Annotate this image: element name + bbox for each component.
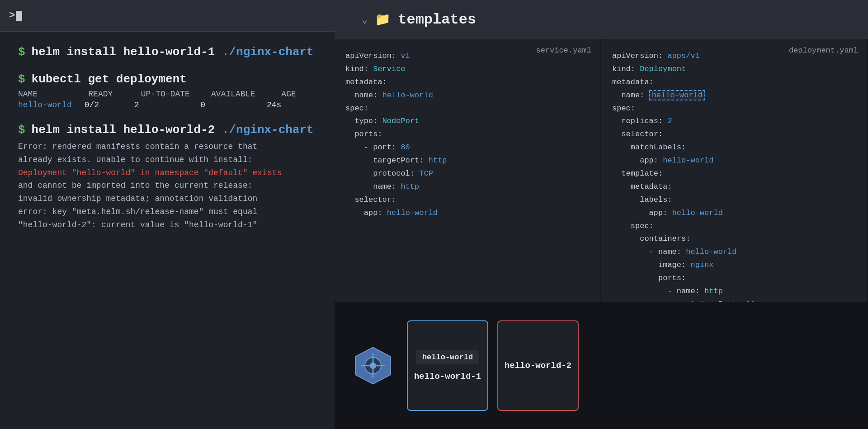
- col-ready-val: 0/2: [85, 100, 134, 110]
- error-line-1: Error: rendered manifests contain a reso…: [18, 140, 316, 153]
- col-header-age: AGE: [281, 90, 316, 99]
- yaml-line: name: hello-world: [612, 89, 856, 102]
- cmd-text-1: helm install hello-world-1 ./nginx-chart: [32, 45, 314, 59]
- yaml-line: containerPort: 80: [612, 298, 856, 302]
- prompt-indicator: >: [9, 10, 15, 21]
- release-name-2: hello-world-2: [505, 361, 571, 371]
- release-card-hello-world-1: hello-world hello-world-1: [407, 320, 488, 411]
- yaml-line: ports:: [612, 272, 856, 285]
- error-line-4: and cannot be imported into the current …: [18, 179, 316, 192]
- yaml-line: spec:: [345, 102, 590, 115]
- yaml-line: name: hello-world: [345, 89, 590, 102]
- command-block-2: $ kubectl get deployment NAME READY UP-T…: [18, 72, 316, 110]
- cmd-line-1: $ helm install hello-world-1 ./nginx-cha…: [18, 45, 316, 59]
- terminal-panel: > $ helm install hello-world-1 ./nginx-c…: [0, 0, 335, 429]
- yaml-line: selector:: [345, 194, 590, 207]
- yaml-line: metadata:: [345, 76, 590, 89]
- templates-title: templates: [398, 11, 476, 28]
- yaml-line: spec:: [612, 220, 856, 233]
- service-yaml-pane: service.yaml apiVersion: v1 kind: Servic…: [335, 39, 601, 302]
- cmd-link-3: ./nginx-chart: [222, 123, 314, 137]
- command-block-1: $ helm install hello-world-1 ./nginx-cha…: [18, 45, 316, 59]
- helm-logo-icon: [353, 345, 393, 386]
- cmd-link-1: ./nginx-chart: [222, 45, 314, 59]
- yaml-line: ports:: [345, 128, 590, 141]
- release-badge-1: hello-world: [416, 350, 479, 364]
- cmd-line-3: $ helm install hello-world-2 ./nginx-cha…: [18, 123, 316, 137]
- table-data-row-1: hello-world 0/2 2 0 24s: [18, 100, 316, 110]
- release-name-1: hello-world-1: [414, 372, 481, 381]
- yaml-line: name: http: [345, 181, 590, 194]
- col-header-available: AVAILABLE: [211, 90, 281, 99]
- highlighted-name: hello-world: [649, 90, 705, 100]
- command-block-3: $ helm install hello-world-2 ./nginx-cha…: [18, 123, 316, 232]
- yaml-line: type: NodePort: [345, 115, 590, 128]
- yaml-line: targetPort: http: [345, 154, 590, 167]
- error-line-6: error: key "meta.helm.sh/release-name" m…: [18, 205, 316, 219]
- cmd-line-2: $ kubectl get deployment: [18, 72, 316, 86]
- folder-icon: 📁: [375, 12, 391, 27]
- deployment-yaml-pane: deployment.yaml apiVersion: apps/v1 kind…: [601, 39, 868, 302]
- dollar-sign-2: $: [18, 72, 25, 86]
- yaml-line: - name: hello-world: [612, 246, 856, 259]
- yaml-section: service.yaml apiVersion: v1 kind: Servic…: [335, 39, 868, 302]
- right-panel: ⌄ 📁 templates service.yaml apiVersion: v…: [335, 0, 868, 429]
- cmd-text-3: helm install hello-world-2 ./nginx-chart: [32, 123, 314, 137]
- dollar-sign-1: $: [18, 45, 25, 59]
- yaml-line: app: hello-world: [612, 207, 856, 220]
- yaml-line: - port: 80: [345, 141, 590, 154]
- chevron-icon: ⌄: [362, 14, 368, 26]
- error-line-2: already exists. Unable to continue with …: [18, 153, 316, 167]
- terminal-header: >: [0, 0, 335, 32]
- yaml-line: replicas: 2: [612, 115, 856, 128]
- service-yaml-filename: service.yaml: [536, 46, 591, 55]
- bottom-section: hello-world hello-world-1 hello-world-2: [335, 302, 868, 429]
- col-header-uptodate: UP-TO-DATE: [141, 90, 211, 99]
- yaml-line: protocol: TCP: [345, 167, 590, 181]
- yaml-line: app: hello-world: [345, 207, 590, 220]
- yaml-line: template:: [612, 167, 856, 181]
- yaml-line: metadata:: [612, 76, 856, 89]
- yaml-line: metadata:: [612, 181, 856, 194]
- error-line-5: invalid ownership metadata; annotation v…: [18, 192, 316, 205]
- dollar-sign-3: $: [18, 123, 25, 137]
- col-age-val: 24s: [267, 100, 316, 110]
- yaml-line: selector:: [612, 128, 856, 141]
- templates-header: ⌄ 📁 templates: [335, 0, 868, 39]
- col-available-val: 0: [200, 100, 267, 110]
- col-header-name: NAME: [18, 90, 88, 99]
- yaml-line: labels:: [612, 194, 856, 207]
- kubectl-table: NAME READY UP-TO-DATE AVAILABLE AGE hell…: [18, 90, 316, 110]
- service-yaml-content: apiVersion: v1 kind: Service metadata: n…: [345, 50, 590, 220]
- yaml-line: containers:: [612, 233, 856, 246]
- col-uptodate-val: 2: [134, 100, 201, 110]
- deployment-yaml-filename: deployment.yaml: [789, 46, 858, 55]
- release-card-hello-world-2: hello-world-2: [497, 320, 579, 411]
- error-block: Error: rendered manifests contain a reso…: [18, 140, 316, 232]
- yaml-line: spec:: [612, 102, 856, 115]
- error-line-7: "hello-world-2": current value is "hello…: [18, 219, 316, 232]
- yaml-line: matchLabels:: [612, 141, 856, 154]
- yaml-line: kind: Service: [345, 63, 590, 76]
- terminal-cursor: [16, 11, 22, 21]
- col-name-val: hello-world: [18, 100, 85, 110]
- deployment-yaml-content: apiVersion: apps/v1 kind: Deployment met…: [612, 50, 856, 302]
- yaml-line: app: hello-world: [612, 154, 856, 167]
- cmd-text-2: kubectl get deployment: [32, 72, 187, 86]
- terminal-body: $ helm install hello-world-1 ./nginx-cha…: [0, 32, 335, 429]
- col-header-ready: READY: [88, 90, 141, 99]
- svg-point-4: [370, 362, 376, 369]
- yaml-line: image: nginx: [612, 259, 856, 272]
- error-line-3-red: Deployment "hello-world" in namespace "d…: [18, 167, 316, 180]
- yaml-line: - name: http: [612, 285, 856, 298]
- table-header-row: NAME READY UP-TO-DATE AVAILABLE AGE: [18, 90, 316, 99]
- yaml-line: kind: Deployment: [612, 63, 856, 76]
- release-cards: hello-world hello-world-1 hello-world-2: [407, 320, 579, 411]
